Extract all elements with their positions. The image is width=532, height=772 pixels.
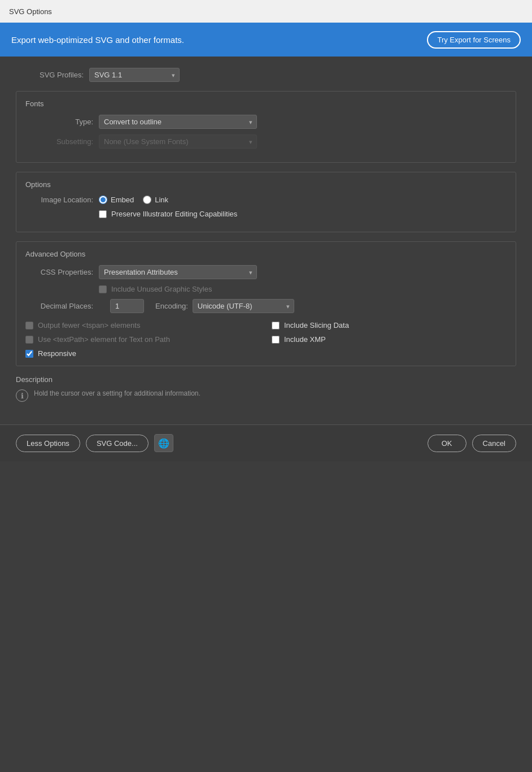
description-title: Description	[16, 375, 516, 384]
encoding-group: Encoding: Unicode (UTF-8) ISO-8859-1 UTF…	[155, 299, 294, 313]
include-slicing-text: Include Slicing Data	[284, 321, 349, 329]
info-icon-symbol: ℹ	[21, 392, 24, 400]
link-radio[interactable]	[143, 196, 151, 204]
svg-profiles-select[interactable]: SVG 1.1 SVG 1.0 SVG Tiny 1.1 SVG Tiny 1.…	[89, 68, 180, 82]
decimal-encoding-row: Decimal Places: Encoding: Unicode (UTF-8…	[25, 299, 507, 313]
fonts-type-row: Type: Convert to outline SVG	[25, 115, 507, 129]
decimal-places-label: Decimal Places:	[25, 302, 99, 310]
include-unused-row: Include Unused Graphic Styles	[99, 285, 507, 293]
banner: Export web-optimized SVG and other forma…	[0, 23, 532, 57]
decimal-places-input[interactable]	[110, 299, 144, 313]
cancel-button[interactable]: Cancel	[472, 435, 516, 452]
description-text: Hold the cursor over a setting for addit…	[34, 389, 200, 397]
globe-button[interactable]: 🌐	[154, 434, 173, 452]
preserve-illustrator-row: Preserve Illustrator Editing Capabilitie…	[99, 210, 507, 218]
preserve-illustrator-label[interactable]: Preserve Illustrator Editing Capabilitie…	[99, 210, 237, 218]
fonts-section: Fonts Type: Convert to outline SVG Subse…	[16, 91, 516, 163]
link-label: Link	[155, 196, 168, 204]
main-content: SVG Profiles: SVG 1.1 SVG 1.0 SVG Tiny 1…	[0, 57, 532, 424]
try-export-for-screens-button[interactable]: Try Export for Screens	[427, 31, 521, 49]
svg-code-button[interactable]: SVG Code...	[86, 435, 149, 452]
svg-profiles-label: SVG Profiles:	[16, 71, 89, 79]
include-xmp-text: Include XMP	[284, 335, 326, 344]
advanced-options-section: Advanced Options CSS Properties: Present…	[16, 241, 516, 366]
preserve-illustrator-text: Preserve Illustrator Editing Capabilitie…	[111, 210, 237, 218]
fonts-section-title: Fonts	[25, 99, 507, 108]
fonts-subsetting-label: Subsetting:	[25, 137, 99, 146]
responsive-text: Responsive	[38, 349, 76, 358]
info-icon: ℹ	[16, 389, 28, 402]
include-unused-text: Include Unused Graphic Styles	[111, 285, 212, 293]
css-properties-select-wrapper: Presentation Attributes Style Attributes…	[99, 265, 257, 279]
fonts-subsetting-row: Subsetting: None (Use System Fonts)	[25, 135, 507, 149]
preserve-illustrator-checkbox[interactable]	[99, 210, 107, 218]
include-xmp-label[interactable]: Include XMP	[272, 335, 507, 344]
responsive-label[interactable]: Responsive	[25, 349, 260, 358]
globe-icon: 🌐	[158, 438, 169, 449]
output-fewer-tspan-checkbox	[25, 322, 33, 329]
css-properties-select[interactable]: Presentation Attributes Style Attributes…	[99, 265, 257, 279]
fonts-subsetting-select[interactable]: None (Use System Fonts)	[99, 135, 257, 149]
responsive-checkbox[interactable]	[25, 350, 33, 358]
link-radio-label[interactable]: Link	[143, 196, 168, 204]
fonts-type-label: Type:	[25, 118, 99, 126]
use-text-path-checkbox	[25, 336, 33, 344]
image-location-label: Image Location:	[25, 196, 99, 204]
embed-radio-label[interactable]: Embed	[99, 196, 134, 204]
output-fewer-tspan-text: Output fewer <tspan> elements	[38, 321, 140, 329]
include-slicing-label[interactable]: Include Slicing Data	[272, 321, 507, 329]
svg-profiles-row: SVG Profiles: SVG 1.1 SVG 1.0 SVG Tiny 1…	[16, 68, 516, 82]
description-section: Description ℹ Hold the cursor over a set…	[16, 375, 516, 402]
fonts-type-select-wrapper: Convert to outline SVG	[99, 115, 257, 129]
css-properties-row: CSS Properties: Presentation Attributes …	[25, 265, 507, 279]
svg-profiles-select-wrapper: SVG 1.1 SVG 1.0 SVG Tiny 1.1 SVG Tiny 1.…	[89, 68, 180, 82]
title-bar: SVG Options	[0, 0, 532, 23]
output-fewer-tspan-label: Output fewer <tspan> elements	[25, 321, 260, 329]
include-xmp-checkbox[interactable]	[272, 336, 280, 344]
css-properties-label: CSS Properties:	[25, 268, 99, 276]
include-unused-label: Include Unused Graphic Styles	[99, 285, 212, 293]
include-slicing-checkbox[interactable]	[272, 322, 280, 329]
embed-label: Embed	[111, 196, 134, 204]
image-location-radio-group: Embed Link	[99, 196, 168, 204]
fonts-type-select[interactable]: Convert to outline SVG	[99, 115, 257, 129]
use-text-path-text: Use <textPath> element for Text on Path	[38, 335, 170, 344]
description-body: ℹ Hold the cursor over a setting for add…	[16, 389, 516, 402]
ok-button[interactable]: OK	[428, 435, 466, 452]
less-options-button[interactable]: Less Options	[16, 435, 80, 452]
fonts-subsetting-select-wrapper: None (Use System Fonts)	[99, 135, 257, 149]
dialog-title: SVG Options	[9, 7, 52, 16]
embed-radio[interactable]	[99, 196, 107, 204]
encoding-label: Encoding:	[155, 302, 188, 310]
image-location-row: Image Location: Embed Link	[25, 196, 507, 204]
encoding-select[interactable]: Unicode (UTF-8) ISO-8859-1 UTF-16	[193, 299, 294, 313]
use-text-path-label: Use <textPath> element for Text on Path	[25, 335, 260, 344]
include-unused-checkbox	[99, 285, 107, 293]
encoding-select-wrapper: Unicode (UTF-8) ISO-8859-1 UTF-16	[193, 299, 294, 313]
bottom-buttons: Less Options SVG Code... 🌐 OK Cancel	[0, 424, 532, 461]
options-section: Options Image Location: Embed Link Prese…	[16, 172, 516, 232]
banner-text: Export web-optimized SVG and other forma…	[11, 35, 184, 45]
checkboxes-grid: Output fewer <tspan> elements Include Sl…	[25, 321, 507, 358]
options-section-title: Options	[25, 180, 507, 189]
advanced-options-title: Advanced Options	[25, 250, 507, 258]
